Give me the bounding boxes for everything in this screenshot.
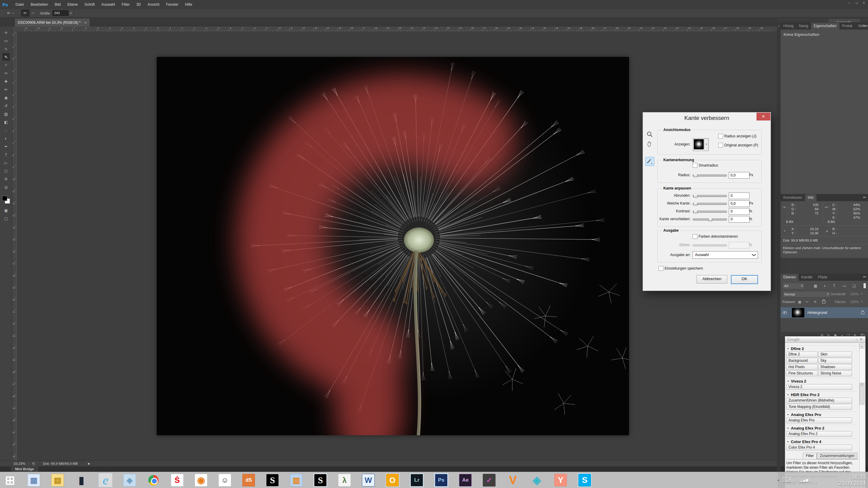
adjust-row-2-field[interactable]: 0 [729, 208, 749, 215]
taskbar-icon-podcast-app[interactable]: ◉ [194, 473, 208, 487]
ok-button[interactable]: OK [731, 275, 758, 284]
properties-tab-eigenschaften[interactable]: Eigenschaften [811, 23, 839, 30]
move-tool[interactable]: ✛ [2, 29, 10, 36]
output-to-select[interactable]: Auswahl ❯ [692, 251, 758, 259]
quick-mask-button[interactable]: ▣ [2, 207, 10, 214]
taskbar-icon-y-messenger[interactable]: Y [554, 473, 567, 487]
taskbar-icon-photoshop[interactable]: Ps [434, 473, 448, 487]
info-tab-korrekturen[interactable]: Korrekturen [781, 194, 805, 201]
tray-expand-icon[interactable]: ▴ [778, 478, 779, 481]
taskbar-icon-after-effects[interactable]: Ae [458, 473, 472, 487]
adjust-row-3-field[interactable]: 0 [729, 216, 749, 223]
radius-field[interactable]: 0,0 [729, 172, 749, 178]
nik-filter-button[interactable]: Viveza 2 [786, 384, 852, 390]
close-icon[interactable]: ✕ [863, 1, 865, 4]
nik-section-header[interactable]: ▼Analog Efex Pro [786, 411, 858, 418]
fill-value[interactable]: 100% [850, 300, 859, 304]
nik-filter-button[interactable]: Background [786, 358, 818, 364]
nik-title-bar[interactable]: Google – ✕ [785, 336, 865, 343]
decontaminate-colors-checkbox[interactable] [692, 234, 698, 239]
layer-thumbnail[interactable] [792, 308, 804, 318]
mini-bridge-tab[interactable]: Mini Bridge [11, 466, 38, 472]
foreground-color-swatch[interactable] [2, 196, 7, 201]
adjust-row-0-slider[interactable] [692, 195, 727, 197]
fill-dropdown-icon[interactable]: ▾ [861, 300, 863, 303]
menu-bearbeiten[interactable]: Bearbeiten [27, 0, 51, 9]
properties-panel-menu-icon[interactable]: ▾≡ [863, 24, 866, 27]
properties-tab-histog[interactable]: Histog [781, 23, 796, 30]
lock-transparency-icon[interactable]: ▦ [798, 300, 801, 304]
refine-brush-add-button[interactable]: ✏ [21, 10, 30, 17]
collapse-triangle-icon[interactable]: ▼ [787, 348, 789, 350]
nik-scroll-up-icon[interactable]: ▲ [860, 344, 864, 349]
nik-scrollbar[interactable]: ▲ [859, 344, 865, 488]
healing-brush-tool[interactable]: ✚ [2, 78, 10, 85]
taskbar-icon-phone-companion[interactable]: ▮ [74, 473, 88, 487]
nik-section-header[interactable]: ▼Viveza 2 [786, 378, 858, 384]
nik-section-header[interactable]: ▼Color Efex Pro 4 [786, 438, 858, 445]
filter-pixel-layers-icon[interactable]: ▦ [814, 284, 817, 288]
smart-radius-checkbox[interactable] [692, 163, 698, 168]
taskbar-icon-file-explorer[interactable]: ▤ [51, 473, 64, 487]
info-panel-menu-icon[interactable]: ▾≡ [863, 196, 866, 199]
lock-all-icon[interactable] [822, 301, 826, 303]
dialog-zoom-tool-icon[interactable] [647, 131, 653, 138]
tool-preset-dropdown-icon[interactable]: ▾ [13, 12, 14, 14]
nik-filter-button[interactable]: Tone Mapping (Einzelbild) [786, 404, 852, 410]
brush-tool[interactable]: ✏ [2, 86, 10, 93]
shape-tool[interactable]: ◻ [2, 167, 10, 174]
adjust-row-1-slider[interactable] [692, 203, 727, 205]
nik-close-icon[interactable]: ✕ [860, 337, 863, 341]
opacity-value[interactable]: 100% [850, 292, 859, 296]
properties-tab-navig[interactable]: Navig [796, 23, 811, 30]
lock-position-icon[interactable]: ✛ [814, 300, 816, 304]
taskbar-icon-word[interactable]: W [361, 473, 375, 487]
refine-radius-brush-button[interactable] [645, 157, 654, 166]
nik-filter-button[interactable]: Analog Efex Pro [786, 418, 852, 423]
minimize-icon[interactable]: — [848, 1, 850, 4]
nik-filter-button[interactable]: Analog Efex Pro 2 [786, 431, 852, 437]
volume-icon[interactable]: ♪ [795, 477, 797, 483]
collapse-triangle-icon[interactable]: ▼ [787, 394, 789, 396]
filter-shape-layers-icon[interactable]: ▭ [843, 284, 846, 288]
filter-adjustment-layers-icon[interactable]: ◑ [824, 284, 826, 288]
eraser-tool[interactable]: ▨ [2, 110, 10, 118]
collapse-triangle-icon[interactable]: ▼ [787, 427, 789, 429]
taskbar-icon-sparkasse[interactable]: Ṡ [170, 473, 184, 487]
crop-tool[interactable]: ⌗ [2, 61, 10, 69]
nik-scroll-thumb[interactable] [860, 383, 864, 404]
taskbar-icon-windows-start[interactable]: ⊞ [3, 473, 17, 487]
tray-clock[interactable]: 16:31 23.09.2014 [838, 474, 868, 487]
show-radius-checkbox[interactable] [718, 134, 723, 138]
opacity-dropdown-icon[interactable]: ▾ [861, 292, 863, 295]
strength-field[interactable] [729, 242, 749, 249]
menu-ebene[interactable]: Ebene [64, 0, 81, 9]
taskbar-icon-lightroom[interactable]: Lr [410, 473, 424, 487]
collapse-triangle-icon[interactable]: ▼ [787, 380, 789, 382]
pen-tool[interactable]: ✒ [2, 143, 10, 150]
layer-visibility-eye-icon[interactable] [783, 311, 787, 314]
lasso-tool[interactable]: ∿ [2, 45, 10, 53]
hand-tool[interactable]: ✣ [2, 175, 10, 183]
taskbar-icon-internet-explorer[interactable]: e [98, 473, 113, 487]
nik-minimize-icon[interactable]: – [856, 337, 858, 341]
collapse-triangle-icon[interactable]: ▼ [787, 414, 789, 416]
taskbar-icon-movie-maker[interactable]: ▥ [289, 473, 303, 487]
marquee-tool[interactable]: ▭ [2, 37, 10, 44]
taskbar-icon-sublime-text-2[interactable]: S [313, 473, 328, 487]
menu-auswahl[interactable]: Auswahl [98, 0, 118, 9]
nik-tab-zusammenstellungen[interactable]: Zusammenstellungen [817, 453, 858, 459]
nik-filter-button[interactable]: Shadows [818, 364, 852, 370]
document-tab[interactable]: DSC00908.ARW bei 33,3% (RGB/16) * ✕ [14, 18, 90, 27]
taskbar-icon-smiley-app[interactable]: ☺ [218, 473, 232, 487]
taskbar-icon-dslr-dashboard[interactable]: dS [242, 473, 255, 487]
dialog-close-button[interactable]: ✕ [756, 113, 770, 121]
menu-3d[interactable]: 3D [133, 0, 144, 9]
menu-schrift[interactable]: Schrift [81, 0, 98, 9]
nik-filter-button[interactable]: Strong Noise [818, 370, 852, 376]
refine-brush-subtract-button[interactable]: ✏ [30, 10, 37, 16]
menu-hilfe[interactable]: Hilfe [182, 0, 195, 9]
layer-filter-toggle[interactable] [863, 283, 866, 289]
brush-size-input[interactable]: 243 [53, 10, 68, 16]
dodge-tool[interactable]: ◐ [2, 135, 10, 142]
